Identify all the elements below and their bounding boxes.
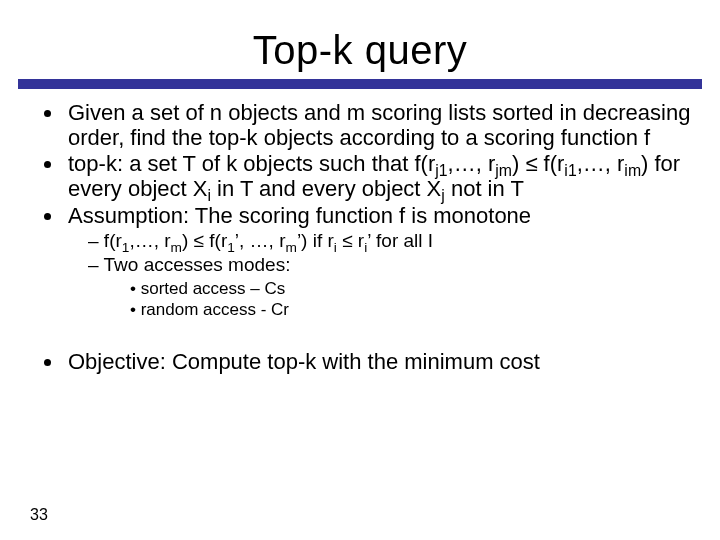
sub-bullet-2: Two accesses modes: sorted access – Cs r… bbox=[88, 254, 708, 321]
slide-title: Top-k query bbox=[0, 0, 720, 79]
text: ,…, r bbox=[577, 151, 625, 176]
bullet-list-2: Objective: Compute top-k with the minimu… bbox=[12, 350, 708, 375]
text: ’, …, r bbox=[235, 230, 286, 251]
bullet-list: Given a set of n objects and m scoring l… bbox=[12, 101, 708, 320]
subsub-bullet-1: sorted access – Cs bbox=[130, 278, 708, 299]
bullet-3: Assumption: The scoring function f is mo… bbox=[64, 204, 708, 321]
text: Objective: Compute top-k with the minimu… bbox=[68, 349, 540, 374]
text: ’) if r bbox=[297, 230, 334, 251]
subscript: im bbox=[624, 163, 641, 180]
text: : a set T of k objects such that f(r bbox=[117, 151, 435, 176]
text: m bbox=[347, 100, 365, 125]
bullet-1: Given a set of n objects and m scoring l… bbox=[64, 101, 708, 150]
text: ≤ r bbox=[337, 230, 364, 251]
text: Given a set of bbox=[68, 100, 210, 125]
text: not in T bbox=[445, 176, 524, 201]
text: is monotone bbox=[405, 203, 531, 228]
text: random access - Cr bbox=[141, 300, 289, 319]
text: Two accesses modes: bbox=[104, 254, 291, 275]
text: ,…, r bbox=[129, 230, 170, 251]
text: ,…, r bbox=[448, 151, 496, 176]
subsub-bullet-2: random access - Cr bbox=[130, 299, 708, 320]
subsub-bullet-list: sorted access – Cs random access - Cr bbox=[88, 278, 708, 321]
text: n bbox=[210, 100, 222, 125]
subscript: i1 bbox=[564, 163, 576, 180]
slide: Top-k query Given a set of n objects and… bbox=[0, 0, 720, 540]
slide-body: Given a set of n objects and m scoring l… bbox=[0, 101, 720, 375]
text: Assumption: The scoring function bbox=[68, 203, 399, 228]
bullet-objective: Objective: Compute top-k with the minimu… bbox=[64, 350, 708, 375]
text: sorted access – Cs bbox=[141, 279, 286, 298]
text: ) ≤ f(r bbox=[512, 151, 564, 176]
text: f bbox=[644, 125, 650, 150]
page-number: 33 bbox=[30, 506, 48, 524]
text: top-k bbox=[68, 151, 117, 176]
spacer bbox=[12, 326, 708, 350]
bullet-2: top-k: a set T of k objects such that f(… bbox=[64, 152, 708, 201]
title-underline bbox=[18, 79, 702, 89]
text: f(r bbox=[104, 230, 122, 251]
text: ) ≤ f(r bbox=[182, 230, 227, 251]
text: in T and every object X bbox=[211, 176, 441, 201]
text: ’ for all I bbox=[367, 230, 433, 251]
sub-bullet-1: f(r1,…, rm) ≤ f(r1’, …, rm’) if ri ≤ ri’… bbox=[88, 230, 708, 252]
text: objects and bbox=[222, 100, 347, 125]
sub-bullet-list: f(r1,…, rm) ≤ f(r1’, …, rm’) if ri ≤ ri’… bbox=[68, 230, 708, 320]
